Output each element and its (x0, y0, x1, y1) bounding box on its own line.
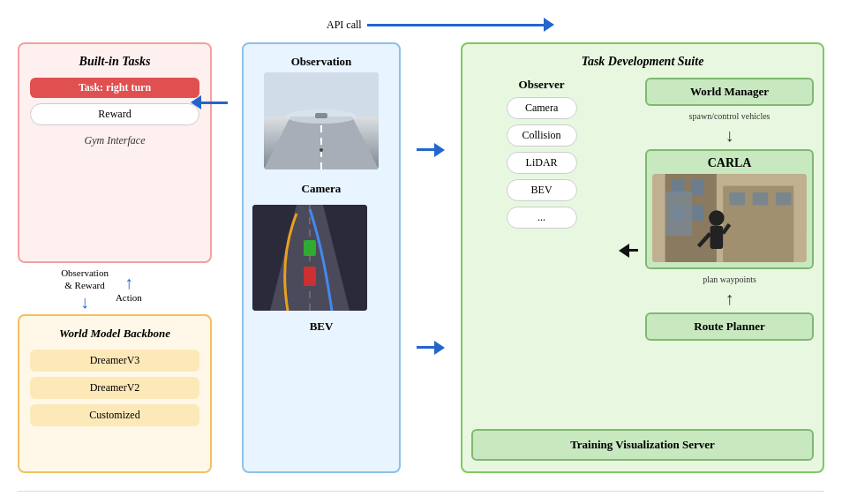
svg-rect-8 (304, 267, 316, 286)
svg-rect-18 (753, 192, 768, 206)
built-in-tasks-title: Built-in Tasks (30, 55, 199, 69)
figure-caption: Figure 1: CarDreamer Architecture. Three… (18, 491, 824, 504)
built-in-tasks-box: Built-in Tasks Task: right turn Reward G… (18, 42, 212, 263)
svg-rect-13 (672, 179, 685, 194)
task-right-turn-label: Task: right turn (30, 78, 199, 98)
observer-title: Observer (519, 78, 565, 92)
world-model-title: World Model Backbone (30, 327, 199, 341)
center-right-arrows (415, 42, 447, 473)
route-planner-box: Route Planner (645, 312, 814, 341)
svg-rect-4 (315, 113, 327, 118)
collision-observer-item: Collision (507, 124, 577, 147)
more-observer-item: ... (507, 207, 577, 229)
task-dev-inner: Observer Camera Collision LiDAR BEV ... … (471, 78, 814, 424)
main-diagram: Built-in Tasks Task: right turn Reward G… (18, 42, 824, 473)
plan-label: plan waypoints (703, 275, 756, 284)
carla-image (652, 174, 807, 262)
plan-arrow: ↑ (725, 290, 734, 307)
world-manager-box: World Manager (645, 78, 814, 106)
svg-rect-17 (730, 192, 745, 206)
api-call-label: API call (327, 19, 362, 32)
obs-reward-text: Observation& Reward (61, 267, 109, 292)
observation-label: Observation (291, 55, 352, 69)
training-viz-box: Training Visualization Server (471, 429, 814, 461)
dreamer-v2-item: DreamerV2 (30, 377, 199, 399)
carla-title: CARLA (652, 156, 807, 170)
dreamer-v3-item: DreamerV3 (30, 350, 199, 372)
left-center-arrows (191, 42, 228, 473)
svg-rect-15 (672, 205, 685, 220)
svg-rect-16 (691, 205, 704, 220)
action-text: Action (116, 292, 142, 303)
customized-item: Customized (30, 404, 199, 426)
spawn-label: spawn/control vehicles (689, 111, 771, 121)
reward-label: Reward (30, 103, 199, 125)
svg-rect-14 (691, 179, 704, 194)
camera-label: Camera (252, 182, 390, 196)
obs-reward-action-arrows: Observation& Reward ↓ ↑ Action (18, 263, 185, 314)
observation-section: Observation (252, 55, 390, 169)
bev-image (252, 205, 367, 311)
diagram-container: API call Built-in Tasks Task: right turn… (18, 18, 824, 504)
bev-observer-item: BEV (507, 179, 577, 201)
action-arrow: ↑ (124, 274, 133, 291)
svg-rect-21 (710, 226, 724, 249)
bev-label: BEV (252, 320, 390, 334)
world-model-backbone-box: World Model Backbone DreamerV3 DreamerV2… (18, 314, 212, 473)
task-dev-suite-box: Task Development Suite Observer Camera C… (461, 42, 824, 473)
task-dev-title: Task Development Suite (471, 55, 814, 69)
camera-observer-item: Camera (507, 97, 577, 119)
obs-reward-arrow: ↓ (80, 293, 89, 311)
carla-to-observer-arrow (619, 244, 638, 258)
gym-interface-label: Gym Interface (30, 134, 199, 147)
observer-col: Observer Camera Collision LiDAR BEV ... (471, 78, 612, 424)
center-panel: Observation (242, 42, 401, 473)
svg-rect-19 (776, 192, 791, 206)
svg-point-20 (709, 210, 724, 225)
spawn-arrow: ↓ (725, 126, 734, 144)
carla-box: CARLA (645, 149, 814, 269)
world-col: World Manager spawn/control vehicles ↓ C… (645, 78, 814, 424)
lidar-observer-item: LiDAR (507, 152, 577, 174)
left-section: Built-in Tasks Task: right turn Reward G… (18, 42, 185, 473)
svg-rect-9 (304, 240, 316, 256)
observation-image (264, 72, 379, 169)
